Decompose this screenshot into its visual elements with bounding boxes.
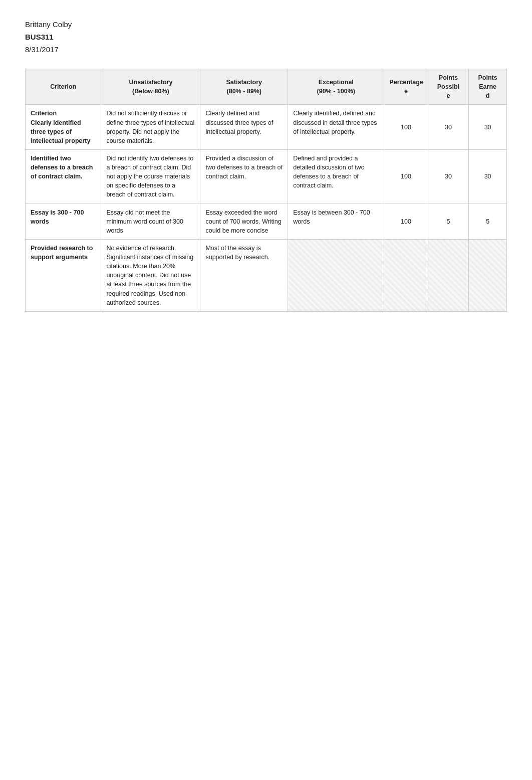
col-percentage: Percentage e	[384, 69, 428, 105]
criterion-cell: CriterionClearly identified three types …	[26, 105, 101, 150]
earned-cell: 5	[469, 204, 507, 239]
table-row: Provided research to support argumentsNo…	[26, 239, 507, 311]
satisfactory-cell: Essay exceeded the word count of 700 wor…	[200, 204, 288, 239]
possible-cell: 30	[428, 105, 469, 150]
percentage-cell: 100	[384, 105, 428, 150]
satisfactory-cell: Provided a discussion of two defenses to…	[200, 149, 288, 204]
col-earned: Points Earne d	[469, 69, 507, 105]
col-satisfactory: Satisfactory (80% - 89%)	[200, 69, 288, 105]
unsatisfactory-cell: No evidence of research. Significant ins…	[101, 239, 200, 311]
exceptional-cell: Essay is between 300 - 700 words	[288, 204, 384, 239]
percentage-cell	[384, 239, 428, 311]
table-header-row: Criterion Unsatisfactory (Below 80%) Sat…	[26, 69, 507, 105]
unsatisfactory-cell: Essay did not meet the minimum word coun…	[101, 204, 200, 239]
table-row: Identified two defenses to a breach of c…	[26, 149, 507, 204]
exceptional-cell: Clearly identified, defined and discusse…	[288, 105, 384, 150]
col-exceptional: Exceptional (90% - 100%)	[288, 69, 384, 105]
earned-cell	[469, 239, 507, 311]
col-criterion: Criterion	[26, 69, 101, 105]
criterion-cell: Identified two defenses to a breach of c…	[26, 149, 101, 204]
possible-cell: 30	[428, 149, 469, 204]
rubric-table: Criterion Unsatisfactory (Below 80%) Sat…	[25, 69, 507, 312]
earned-cell: 30	[469, 149, 507, 204]
possible-cell	[428, 239, 469, 311]
table-row: Essay is 300 - 700 wordsEssay did not me…	[26, 204, 507, 239]
earned-cell: 30	[469, 105, 507, 150]
exceptional-cell	[288, 239, 384, 311]
submission-date: 8/31/2017	[25, 45, 507, 54]
criterion-cell: Essay is 300 - 700 words	[26, 204, 101, 239]
student-name: Brittany Colby	[25, 20, 507, 29]
satisfactory-cell: Clearly defined and discussed three type…	[200, 105, 288, 150]
course-code: BUS311	[25, 33, 507, 41]
exceptional-cell: Defined and provided a detailed discussi…	[288, 149, 384, 204]
percentage-cell: 100	[384, 149, 428, 204]
possible-cell: 5	[428, 204, 469, 239]
unsatisfactory-cell: Did not identify two defenses to a breac…	[101, 149, 200, 204]
table-row: CriterionClearly identified three types …	[26, 105, 507, 150]
unsatisfactory-cell: Did not sufficiently discuss or define t…	[101, 105, 200, 150]
criterion-cell: Provided research to support arguments	[26, 239, 101, 311]
col-possible: Points Possibl e	[428, 69, 469, 105]
satisfactory-cell: Most of the essay is supported by resear…	[200, 239, 288, 311]
col-unsatisfactory: Unsatisfactory (Below 80%)	[101, 69, 200, 105]
percentage-cell: 100	[384, 204, 428, 239]
